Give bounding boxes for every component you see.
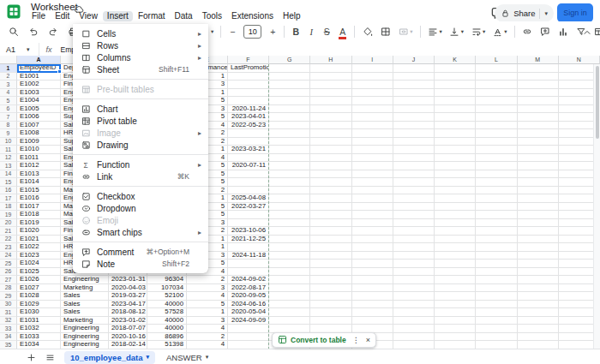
- cell-C29[interactable]: 2019-03-27: [109, 292, 147, 301]
- cell-M2[interactable]: [518, 73, 559, 81]
- cell-F26[interactable]: [228, 268, 269, 277]
- cell-K6[interactable]: [435, 105, 476, 114]
- cell-J26[interactable]: [393, 268, 435, 277]
- strikethrough-icon[interactable]: S: [322, 27, 331, 38]
- cell-G10[interactable]: [269, 138, 310, 146]
- cell-K15[interactable]: [435, 178, 476, 187]
- cell-B33[interactable]: Engineering: [61, 325, 109, 333]
- cell-H15[interactable]: [310, 178, 351, 187]
- cell-A21[interactable]: E1020: [17, 227, 61, 236]
- cell-H27[interactable]: [310, 276, 351, 284]
- cell-E30[interactable]: 5: [187, 301, 228, 309]
- cell-G21[interactable]: [269, 227, 310, 236]
- row-header-12[interactable]: 12: [0, 154, 17, 163]
- cell-A9[interactable]: E1008: [17, 129, 61, 138]
- cell-I15[interactable]: [352, 178, 393, 187]
- cell-F8[interactable]: 2022-05-23: [228, 122, 269, 130]
- convert-more-icon[interactable]: ⋮: [352, 336, 360, 344]
- cell-G20[interactable]: [269, 219, 310, 228]
- row-header-17[interactable]: 17: [0, 194, 17, 203]
- cell-I26[interactable]: [352, 268, 393, 277]
- cell-H5[interactable]: [310, 97, 351, 105]
- cell-H24[interactable]: [310, 252, 351, 260]
- menu-tools[interactable]: Tools: [198, 11, 226, 21]
- cell-G16[interactable]: [269, 187, 310, 195]
- cell-K26[interactable]: [435, 268, 476, 277]
- cell-J6[interactable]: [393, 105, 435, 114]
- row-header-29[interactable]: 29: [0, 292, 17, 301]
- cell-B34[interactable]: Engineering: [61, 333, 109, 342]
- menu-file[interactable]: File: [27, 11, 50, 21]
- cell-L1[interactable]: [476, 64, 517, 73]
- cell-J10[interactable]: [393, 138, 435, 146]
- cell-A25[interactable]: E1024: [17, 260, 61, 268]
- menu-item-chart[interactable]: Chart: [73, 103, 208, 115]
- cell-A18[interactable]: E1017: [17, 203, 61, 212]
- horizontal-align-button[interactable]: ▾: [428, 27, 442, 38]
- cell-A10[interactable]: E1009: [17, 138, 61, 146]
- table-views-button[interactable]: ▾: [594, 27, 600, 38]
- cell-G3[interactable]: [269, 81, 310, 89]
- cell-H14[interactable]: [310, 170, 351, 179]
- row-header-3[interactable]: 3: [0, 81, 17, 89]
- row-header-31[interactable]: 31: [0, 308, 17, 317]
- cell-A2[interactable]: E1001: [17, 73, 61, 81]
- row-header-15[interactable]: 15: [0, 178, 17, 187]
- cell-M34[interactable]: [518, 333, 559, 342]
- cell-L7[interactable]: [476, 113, 517, 122]
- cell-H31[interactable]: [310, 308, 351, 317]
- cell-K10[interactable]: [435, 138, 476, 146]
- cell-L16[interactable]: [476, 187, 517, 195]
- row-header-19[interactable]: 19: [0, 211, 17, 219]
- redo-icon[interactable]: [47, 27, 58, 38]
- cell-L24[interactable]: [476, 252, 517, 260]
- cell-M31[interactable]: [518, 308, 559, 317]
- vertical-scrollbar[interactable]: [593, 64, 600, 349]
- cell-G9[interactable]: [269, 129, 310, 138]
- cell-J11[interactable]: [393, 146, 435, 154]
- cell-H8[interactable]: [310, 122, 351, 130]
- cell-L22[interactable]: [476, 236, 517, 244]
- cell-J1[interactable]: [393, 64, 435, 73]
- cell-E33[interactable]: 4: [187, 325, 228, 333]
- cell-I32[interactable]: [352, 317, 393, 325]
- cell-F17[interactable]: 2025-04-08: [228, 194, 269, 203]
- cell-K7[interactable]: [435, 113, 476, 122]
- convert-to-table-pill[interactable]: Convert to table ⋮ ×: [272, 332, 376, 348]
- cell-E28[interactable]: 3: [187, 284, 228, 293]
- cell-G28[interactable]: [269, 284, 310, 293]
- tab-caret-icon[interactable]: ▾: [206, 354, 209, 361]
- menu-format[interactable]: Format: [134, 11, 170, 21]
- row-header-32[interactable]: 32: [0, 317, 17, 325]
- cell-J24[interactable]: [393, 252, 435, 260]
- col-header-L[interactable]: L: [476, 56, 517, 64]
- cell-K28[interactable]: [435, 284, 476, 293]
- cell-A31[interactable]: E1030: [17, 308, 61, 317]
- text-rotation-button[interactable]: ▾: [492, 27, 507, 38]
- cell-J2[interactable]: [393, 73, 435, 81]
- cell-A22[interactable]: E1021: [17, 236, 61, 244]
- menu-item-function[interactable]: Σ Function ▸: [73, 158, 208, 170]
- row-header-27[interactable]: 27: [0, 276, 17, 284]
- cell-M6[interactable]: [518, 105, 559, 114]
- cell-G27[interactable]: [269, 276, 310, 284]
- col-header-H[interactable]: H: [310, 56, 351, 64]
- insert-link-icon[interactable]: [522, 27, 533, 38]
- cell-M18[interactable]: [518, 203, 559, 212]
- cell-D31[interactable]: 57528: [147, 308, 187, 317]
- cell-F6[interactable]: 2020-11-24: [228, 105, 269, 114]
- cell-J34[interactable]: [393, 333, 435, 342]
- cell-D27[interactable]: 96304: [147, 276, 187, 284]
- cell-M11[interactable]: [518, 146, 559, 154]
- cell-F33[interactable]: [228, 325, 269, 333]
- cell-E31[interactable]: 1: [187, 308, 228, 317]
- cell-K33[interactable]: [435, 325, 476, 333]
- cell-A33[interactable]: E1032: [17, 325, 61, 333]
- cell-F28[interactable]: 2022-08-17: [228, 284, 269, 293]
- cell-L13[interactable]: [476, 162, 517, 170]
- row-header-28[interactable]: 28: [0, 284, 17, 293]
- cell-E34[interactable]: 2: [187, 333, 228, 342]
- cell-D30[interactable]: 40000: [147, 301, 187, 309]
- cell-J21[interactable]: [393, 227, 435, 236]
- cell-L6[interactable]: [476, 105, 517, 114]
